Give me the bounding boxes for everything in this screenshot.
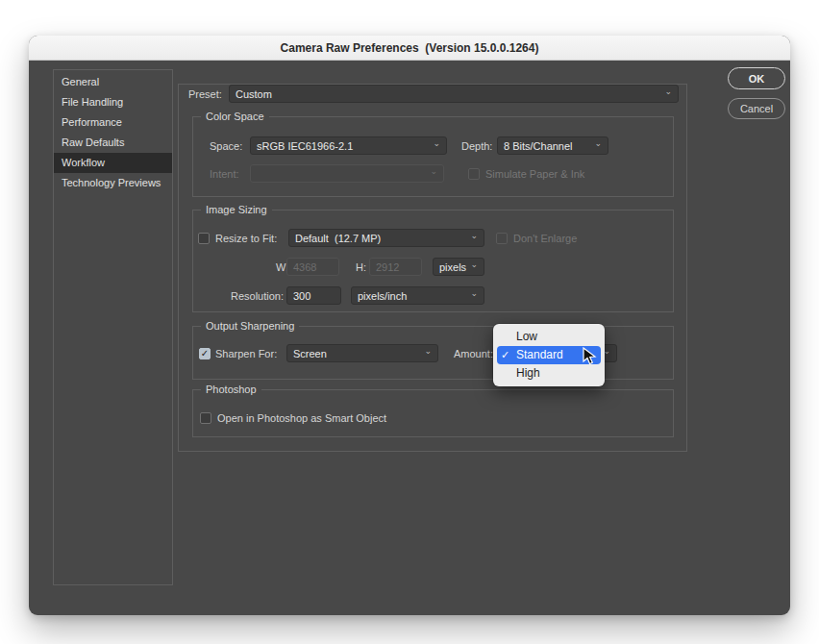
simulate-paper-ink-label: Simulate Paper & Ink bbox=[485, 167, 584, 181]
units-value: pixels bbox=[439, 261, 466, 273]
depth-dropdown[interactable]: 8 Bits/Channel ⌄ bbox=[497, 136, 608, 155]
height-field: 2912 bbox=[369, 258, 422, 276]
chevron-down-icon: ⌄ bbox=[664, 87, 672, 96]
sidebar-item-file-handling[interactable]: File Handling bbox=[54, 92, 172, 112]
preset-label: Preset: bbox=[188, 87, 222, 101]
image-sizing-title: Image Sizing bbox=[201, 204, 272, 216]
resize-to-fit-label: Resize to Fit: bbox=[215, 232, 277, 245]
checkmark-icon: ✓ bbox=[501, 346, 509, 364]
menu-item-label: High bbox=[516, 366, 540, 380]
dialog-titlebar[interactable]: Camera Raw Preferences (Version 15.0.0.1… bbox=[29, 36, 790, 61]
chevron-down-icon: ⌄ bbox=[424, 347, 432, 356]
resolution-units-value: pixels/inch bbox=[358, 290, 407, 302]
sidebar-item-technology-previews[interactable]: Technology Previews bbox=[54, 173, 172, 193]
width-field: 4368 bbox=[286, 258, 339, 276]
sharpen-for-label: Sharpen For: bbox=[215, 347, 277, 360]
color-space-title: Color Space bbox=[201, 111, 269, 123]
chevron-down-icon: ⌄ bbox=[470, 260, 478, 269]
dont-enlarge-checkbox bbox=[496, 233, 508, 244]
dont-enlarge-label: Don't Enlarge bbox=[513, 232, 577, 245]
amount-popup-menu: Low ✓ Standard High bbox=[493, 324, 605, 386]
photoshop-title: Photoshop bbox=[201, 384, 261, 396]
resize-to-fit-value: Default (12.7 MP) bbox=[295, 233, 381, 244]
resolution-value: 300 bbox=[293, 290, 310, 302]
sidebar-item-performance[interactable]: Performance bbox=[54, 112, 172, 133]
open-as-smart-object-checkbox[interactable] bbox=[200, 412, 211, 424]
output-sharpening-title: Output Sharpening bbox=[201, 320, 299, 333]
resize-to-fit-dropdown[interactable]: Default (12.7 MP) ⌄ bbox=[288, 229, 484, 247]
space-dropdown[interactable]: sRGB IEC61966-2.1 ⌄ bbox=[250, 136, 447, 155]
menu-item-label: Low bbox=[516, 330, 537, 343]
intent-label: Intent: bbox=[210, 167, 239, 181]
resolution-units-dropdown[interactable]: pixels/inch ⌄ bbox=[351, 286, 484, 305]
height-label: H: bbox=[356, 260, 366, 274]
intent-dropdown: ⌄ bbox=[250, 164, 444, 183]
sharpen-for-checkbox[interactable]: ✓ bbox=[199, 348, 211, 359]
preset-value: Custom bbox=[236, 88, 272, 100]
amount-label: Amount: bbox=[454, 347, 493, 360]
resize-to-fit-checkbox[interactable] bbox=[198, 233, 210, 244]
cancel-button[interactable]: Cancel bbox=[728, 98, 785, 119]
menu-item-standard[interactable]: ✓ Standard bbox=[497, 346, 601, 364]
menu-item-low[interactable]: Low bbox=[493, 328, 605, 346]
chevron-down-icon: ⌄ bbox=[594, 139, 602, 148]
chevron-down-icon: ⌄ bbox=[470, 289, 478, 298]
chevron-down-icon: ⌄ bbox=[430, 167, 437, 176]
preferences-sidebar: General File Handling Performance Raw De… bbox=[53, 69, 173, 585]
menu-item-high[interactable]: High bbox=[493, 364, 605, 383]
sidebar-item-raw-defaults[interactable]: Raw Defaults bbox=[54, 133, 172, 153]
space-label: Space: bbox=[210, 139, 242, 153]
dialog-title: Camera Raw Preferences (Version 15.0.0.1… bbox=[281, 41, 539, 55]
depth-label: Depth: bbox=[461, 139, 492, 153]
depth-value: 8 Bits/Channel bbox=[504, 140, 573, 152]
height-value: 2912 bbox=[376, 261, 399, 273]
sidebar-item-workflow[interactable]: Workflow bbox=[54, 153, 172, 173]
sharpen-for-value: Screen bbox=[293, 348, 327, 359]
camera-raw-preferences-dialog: Camera Raw Preferences (Version 15.0.0.1… bbox=[29, 36, 790, 615]
preset-dropdown[interactable]: Custom ⌄ bbox=[229, 85, 679, 103]
space-value: sRGB IEC61966-2.1 bbox=[257, 140, 353, 152]
color-space-section: Color Space bbox=[192, 116, 674, 197]
menu-item-label: Standard bbox=[516, 348, 563, 361]
sharpen-for-dropdown[interactable]: Screen ⌄ bbox=[286, 344, 438, 362]
checkmark-icon: ✓ bbox=[201, 349, 209, 359]
open-as-smart-object-label: Open in Photoshop as Smart Object bbox=[217, 411, 386, 425]
resolution-label: Resolution: bbox=[231, 289, 284, 303]
chevron-down-icon: ⌄ bbox=[470, 232, 478, 240]
units-dropdown[interactable]: pixels ⌄ bbox=[433, 258, 484, 276]
width-value: 4368 bbox=[293, 261, 316, 273]
ok-button[interactable]: OK bbox=[728, 67, 785, 89]
sidebar-item-general[interactable]: General bbox=[54, 72, 172, 92]
chevron-down-icon: ⌄ bbox=[433, 139, 440, 148]
simulate-paper-ink-checkbox bbox=[468, 168, 480, 180]
resolution-field[interactable]: 300 bbox=[286, 286, 341, 305]
